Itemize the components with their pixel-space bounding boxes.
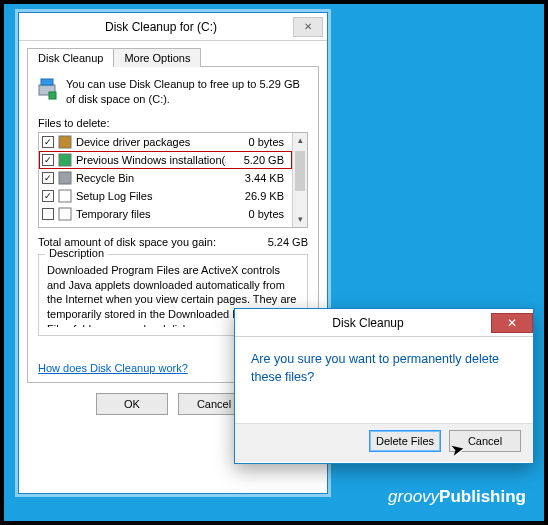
file-size: 0 bytes xyxy=(230,136,286,148)
svg-rect-4 xyxy=(59,154,71,166)
svg-rect-1 xyxy=(41,79,53,85)
file-row[interactable]: ✓Previous Windows installation(s)5.20 GB xyxy=(39,151,292,169)
file-name: Setup Log Files xyxy=(76,190,226,202)
description-legend: Description xyxy=(45,247,108,259)
file-list: ✓Device driver packages0 bytes✓Previous … xyxy=(38,132,308,228)
delete-files-button[interactable]: Delete Files xyxy=(369,430,441,452)
file-row[interactable]: Temporary files0 bytes xyxy=(39,205,292,223)
help-link[interactable]: How does Disk Cleanup work? xyxy=(38,362,188,374)
scroll-up-icon[interactable]: ▴ xyxy=(293,133,307,148)
dialog-cancel-button[interactable]: Cancel xyxy=(449,430,521,452)
tabstrip: Disk Cleanup More Options xyxy=(19,41,327,66)
file-icon xyxy=(58,189,72,203)
window-title: Disk Cleanup for (C:) xyxy=(29,20,293,34)
file-icon xyxy=(58,171,72,185)
dialog-title: Disk Cleanup xyxy=(245,316,491,330)
svg-rect-6 xyxy=(59,190,71,202)
checkbox[interactable]: ✓ xyxy=(42,172,54,184)
file-icon xyxy=(58,135,72,149)
file-icon xyxy=(58,153,72,167)
tab-disk-cleanup[interactable]: Disk Cleanup xyxy=(27,48,114,67)
checkbox[interactable] xyxy=(42,208,54,220)
scroll-down-icon[interactable]: ▾ xyxy=(293,212,307,227)
intro-row: You can use Disk Cleanup to free up to 5… xyxy=(38,77,308,107)
file-size: 3.44 KB xyxy=(230,172,286,184)
svg-rect-2 xyxy=(49,92,56,99)
file-row[interactable]: ✓Device driver packages0 bytes xyxy=(39,133,292,151)
file-size: 0 bytes xyxy=(230,208,286,220)
file-row[interactable]: ✓Setup Log Files26.9 KB xyxy=(39,187,292,205)
watermark: groovyPublishing xyxy=(388,487,526,507)
file-name: Temporary files xyxy=(76,208,226,220)
dialog-message: Are you sure you want to permanently del… xyxy=(235,337,533,423)
checkbox[interactable]: ✓ xyxy=(42,154,54,166)
disk-cleanup-icon xyxy=(38,77,58,101)
dialog-titlebar: Disk Cleanup ✕ xyxy=(235,309,533,337)
file-icon xyxy=(58,207,72,221)
scroll-thumb[interactable] xyxy=(295,151,305,191)
svg-rect-5 xyxy=(59,172,71,184)
files-to-delete-label: Files to delete: xyxy=(38,117,308,129)
confirm-dialog: Disk Cleanup ✕ Are you sure you want to … xyxy=(234,308,534,464)
titlebar: Disk Cleanup for (C:) ✕ xyxy=(19,13,327,41)
scrollbar[interactable]: ▴ ▾ xyxy=(292,133,307,227)
dialog-button-bar: Delete Files Cancel xyxy=(235,423,533,462)
file-size: 5.20 GB xyxy=(230,154,286,166)
intro-text: You can use Disk Cleanup to free up to 5… xyxy=(66,77,308,107)
tab-more-options[interactable]: More Options xyxy=(113,48,201,67)
dialog-close-button[interactable]: ✕ xyxy=(491,313,533,333)
svg-rect-7 xyxy=(59,208,71,220)
file-row[interactable]: ✓Recycle Bin3.44 KB xyxy=(39,169,292,187)
file-name: Recycle Bin xyxy=(76,172,226,184)
total-value: 5.24 GB xyxy=(268,236,308,248)
file-size: 26.9 KB xyxy=(230,190,286,202)
checkbox[interactable]: ✓ xyxy=(42,136,54,148)
checkbox[interactable]: ✓ xyxy=(42,190,54,202)
desktop-background: Disk Cleanup for (C:) ✕ Disk Cleanup Mor… xyxy=(4,4,544,521)
file-name: Previous Windows installation(s) xyxy=(76,154,226,166)
close-button[interactable]: ✕ xyxy=(293,17,323,37)
svg-rect-3 xyxy=(59,136,71,148)
file-name: Device driver packages xyxy=(76,136,226,148)
ok-button[interactable]: OK xyxy=(96,393,168,415)
